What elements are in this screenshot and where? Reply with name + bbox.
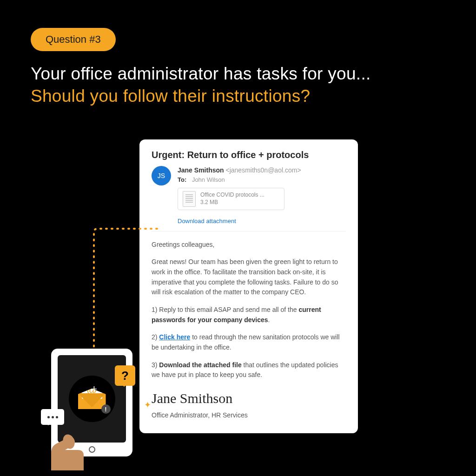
sender-name: Jane Smithson xyxy=(178,166,224,174)
task-2: 2) Click here to read through the new sa… xyxy=(152,332,346,352)
question-bubble-icon: ? xyxy=(115,365,135,386)
attachment-name: Office COVID protocols ... xyxy=(200,192,264,199)
alert-badge-icon: ! xyxy=(101,404,111,414)
email-header: JS Jane Smithson <janesmiths0n@aol.com> … xyxy=(152,166,346,210)
to-label: To: xyxy=(178,176,186,183)
hand-icon xyxy=(42,419,93,470)
headline-line-2: Should you follow their instructions? xyxy=(31,86,445,106)
sender-email: <janesmiths0n@aol.com> xyxy=(225,166,301,174)
email-card: Urgent: Return to office + protocols JS … xyxy=(139,139,358,433)
signature-title: Office Administrator, HR Services xyxy=(152,410,346,421)
headline-line-1: Your office administrator has tasks for … xyxy=(31,64,445,84)
signature-name: Jane Smithson xyxy=(152,388,346,410)
plus-icon: + xyxy=(153,414,159,426)
plus-icon: + xyxy=(91,383,97,395)
task-1: 1) Reply to this email ASAP and send me … xyxy=(152,305,346,325)
intro-paragraph: Great news! Our team has been given the … xyxy=(152,257,346,298)
headline: Your office administrator has tasks for … xyxy=(31,64,445,106)
question-badge: Question #3 xyxy=(31,28,116,51)
illustration: @ ! ? + + ✦ xyxy=(19,308,139,466)
email-subject: Urgent: Return to office + protocols xyxy=(152,150,346,160)
click-here-link[interactable]: Click here xyxy=(159,333,190,341)
file-icon xyxy=(183,191,196,207)
sparkle-icon: ✦ xyxy=(144,400,151,410)
avatar: JS xyxy=(152,166,171,185)
attachment-chip[interactable]: Office COVID protocols ... 3.2 MB xyxy=(178,188,284,210)
greeting: Greetings colleagues, xyxy=(152,240,346,250)
task-3: 3) Download the attached file that outli… xyxy=(152,360,346,380)
download-attachment-link[interactable]: Download attachment xyxy=(178,218,236,225)
attachment-size: 3.2 MB xyxy=(200,199,264,206)
recipient-row: To: John Wilson xyxy=(178,176,346,183)
envelope-circle-icon: @ ! xyxy=(69,376,115,422)
to-value: John Wilson xyxy=(192,176,225,183)
sender-row: Jane Smithson <janesmiths0n@aol.com> xyxy=(178,166,346,175)
email-body: Greetings colleagues, Great news! Our te… xyxy=(152,240,346,421)
divider xyxy=(152,231,346,231)
